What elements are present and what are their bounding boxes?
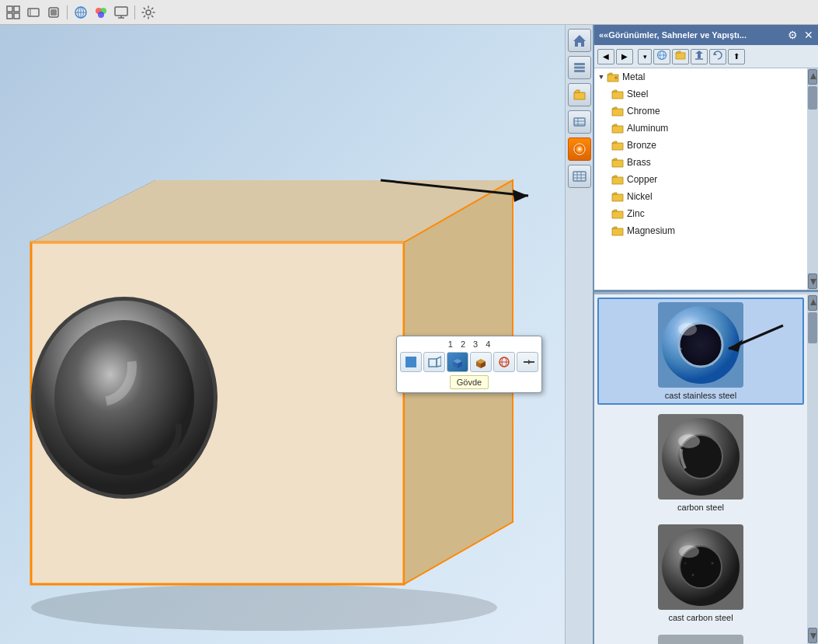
ft-btn-globe[interactable] <box>493 352 515 372</box>
panel-nav-fwd[interactable]: ▶ <box>616 49 633 64</box>
toolbar-icon-gear[interactable] <box>140 4 157 21</box>
toolbar-icon-monitor[interactable] <box>113 4 130 21</box>
tree-label-zinc: Zinc <box>627 208 645 219</box>
ft-btn-box[interactable] <box>447 352 468 372</box>
tree-item-aluminum[interactable]: Aluminum <box>594 120 807 137</box>
ft-btn-solid[interactable] <box>400 352 422 372</box>
svg-point-20 <box>31 584 497 631</box>
toolbar-icon-1[interactable] <box>5 4 22 21</box>
tree-item-zinc[interactable]: Zinc <box>594 205 807 222</box>
panel-up-btn[interactable]: ⬆ <box>728 49 745 64</box>
svg-marker-51 <box>573 35 586 47</box>
svg-point-94 <box>684 562 686 564</box>
tree-item-metal[interactable]: ▼ Metal <box>594 68 807 85</box>
scroll-up-arrow[interactable] <box>808 69 817 85</box>
svg-marker-72 <box>810 73 816 79</box>
thumbnails-section: cast stainless steel <box>594 294 818 644</box>
tree-scrollbar[interactable] <box>807 68 818 290</box>
side-btn-layers[interactable] <box>568 56 591 79</box>
tree-label-aluminum: Aluminum <box>627 123 668 134</box>
tree-label-nickel: Nickel <box>627 191 653 202</box>
thumb-scrollbar[interactable] <box>807 294 818 644</box>
panel-title-text: ««Görünümler, Sahneler ve Yapıştı... <box>599 30 785 40</box>
scroll-track[interactable] <box>807 85 818 273</box>
svg-rect-53 <box>574 67 585 69</box>
side-btn-table[interactable] <box>568 165 591 188</box>
svg-marker-35 <box>513 190 528 202</box>
tree-item-chrome[interactable]: Chrome <box>594 103 807 120</box>
thumb-label-cast-carbon-steel: cast carbon steel <box>668 613 733 622</box>
thumb-item-cast-stainless[interactable]: cast stainless steel <box>597 298 804 405</box>
ft-num-4: 4 <box>486 339 490 349</box>
tree-item-bronze[interactable]: Bronze <box>594 137 807 154</box>
svg-marker-22 <box>31 180 155 584</box>
thumb-item-cast-carbon-steel[interactable]: cast carbon steel <box>597 521 804 625</box>
svg-rect-3 <box>14 13 19 19</box>
side-btn-home[interactable] <box>568 29 591 52</box>
tree-item-nickel[interactable]: Nickel <box>594 188 807 205</box>
svg-marker-24 <box>31 242 404 584</box>
thumb-scroll-thumb[interactable] <box>808 312 817 343</box>
panel-nav-dropdown[interactable]: ▾ <box>638 49 652 64</box>
svg-point-92 <box>692 574 694 576</box>
tree-area[interactable]: ▼ Metal Steel <box>594 68 807 290</box>
thumb-item-carbon-steel[interactable]: carbon steel <box>597 411 804 515</box>
ft-btn-wireframe[interactable] <box>423 352 445 372</box>
svg-line-34 <box>381 180 528 196</box>
tree-item-copper[interactable]: Copper <box>594 171 807 188</box>
thumb-item-more[interactable] <box>597 632 804 644</box>
toolbar-icon-2[interactable] <box>25 4 42 21</box>
ft-tooltip: Gövde <box>450 375 489 389</box>
svg-rect-19 <box>0 25 593 644</box>
scroll-thumb[interactable] <box>808 86 817 110</box>
svg-point-18 <box>146 10 151 15</box>
side-btn-appearance[interactable] <box>568 138 591 161</box>
toolbar-separator <box>67 5 68 19</box>
tree-label-metal: Metal <box>622 71 645 82</box>
ft-num-1: 1 <box>448 339 453 349</box>
toolbar-icon-3[interactable] <box>45 4 62 21</box>
scroll-down-arrow[interactable] <box>808 273 817 289</box>
side-btn-folder[interactable] <box>568 83 591 106</box>
svg-marker-21 <box>31 180 155 584</box>
toolbar-icon-globe[interactable] <box>72 4 89 21</box>
tree-section: ▼ Metal Steel <box>594 68 818 292</box>
ft-btn-arrow[interactable] <box>517 352 538 372</box>
right-panel: ««Görünümler, Sahneler ve Yapıştı... ⚙ ✕… <box>593 25 818 644</box>
panel-globe-btn[interactable] <box>653 49 670 64</box>
side-btn-list[interactable] <box>568 110 591 134</box>
svg-rect-37 <box>429 359 437 367</box>
panel-titlebar: ««Görünümler, Sahneler ve Yapıştı... ⚙ ✕ <box>594 25 818 45</box>
svg-rect-52 <box>574 63 585 65</box>
panel-nav-back[interactable]: ◀ <box>597 49 614 64</box>
toolbar-icon-colors[interactable] <box>92 4 110 21</box>
tree-item-steel[interactable]: Steel <box>594 85 807 103</box>
folder-icon-metal <box>607 71 619 82</box>
panel-close-icon[interactable]: ✕ <box>804 29 813 41</box>
panel-folder-btn[interactable] <box>672 49 689 64</box>
thumb-scroll-up[interactable] <box>808 295 817 311</box>
svg-point-78 <box>678 323 697 336</box>
ft-btn-material[interactable] <box>470 352 492 372</box>
thumb-img-cast-stainless <box>658 302 743 388</box>
svg-marker-73 <box>810 279 816 285</box>
folder-icon-aluminum <box>611 123 624 134</box>
panel-upload-btn[interactable] <box>691 49 708 64</box>
tree-label-bronze: Bronze <box>627 140 656 151</box>
viewport[interactable]: 1 2 3 4 <box>0 25 593 644</box>
tree-item-brass[interactable]: Brass <box>594 154 807 171</box>
ft-numbers: 1 2 3 4 <box>444 339 496 350</box>
panel-gear-icon[interactable]: ⚙ <box>788 29 798 41</box>
folder-icon-copper <box>611 174 624 185</box>
svg-rect-7 <box>50 9 57 16</box>
svg-marker-95 <box>810 299 816 305</box>
svg-point-28 <box>31 297 218 499</box>
svg-marker-38 <box>437 357 441 367</box>
thumbnails-area[interactable]: cast stainless steel <box>594 294 807 644</box>
thumb-scroll-down[interactable] <box>808 628 817 643</box>
panel-refresh-btn[interactable] <box>709 49 726 64</box>
svg-rect-36 <box>406 357 416 367</box>
folder-icon-steel <box>611 89 624 99</box>
tree-item-magnesium[interactable]: Magnesium <box>594 222 807 239</box>
thumb-scroll-track[interactable] <box>807 312 818 627</box>
